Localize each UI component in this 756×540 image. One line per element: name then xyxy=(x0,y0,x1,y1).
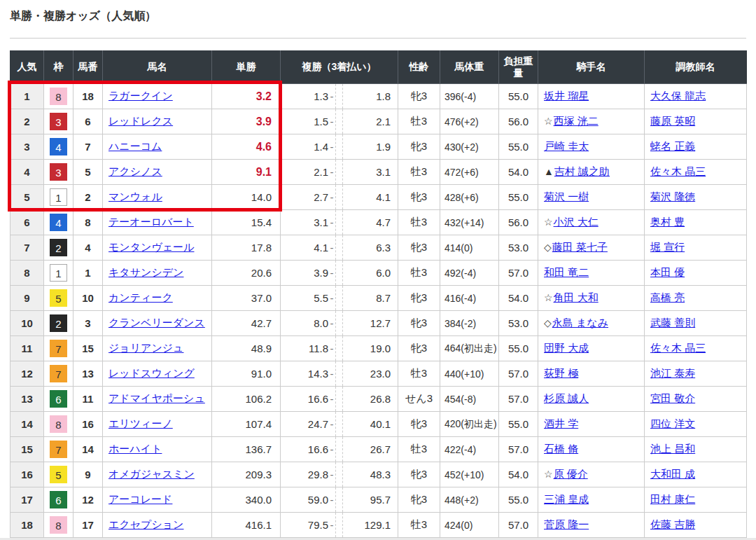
sex-age-cell: 牝3 xyxy=(398,286,440,311)
apprentice-mark: ◇ xyxy=(544,317,552,328)
jockey-name-link[interactable]: 藤田 菜七子 xyxy=(552,241,608,253)
sex-age-cell: 牝3 xyxy=(398,235,440,261)
trainer-name-link[interactable]: 本田 優 xyxy=(650,266,685,278)
place-odds-cell: 2.1-3.1 xyxy=(281,160,398,185)
jockey-name-link[interactable]: 団野 大成 xyxy=(544,342,589,354)
waku-badge: 5 xyxy=(50,289,67,307)
place-odds-dash: - xyxy=(328,393,335,405)
win-odds-cell: 4.6 xyxy=(212,134,281,160)
horse-name-link[interactable]: ハニーコム xyxy=(108,140,162,152)
jockey-name-link[interactable]: 三浦 皇成 xyxy=(544,493,589,505)
horse-name-link[interactable]: アーコレード xyxy=(108,493,172,505)
horse-name-link[interactable]: アドマイヤポーシュ xyxy=(108,392,205,404)
horse-name-link[interactable]: マンウォル xyxy=(108,191,162,202)
trainer-name-link[interactable]: 菊沢 隆徳 xyxy=(650,191,695,202)
trainer-name-link[interactable]: 大和田 成 xyxy=(650,468,695,480)
jockey-name-link[interactable]: 吉村 誠之助 xyxy=(554,165,610,177)
jockey-name-link[interactable]: 和田 竜二 xyxy=(544,266,589,278)
col-header-horse: 馬名 xyxy=(103,51,212,84)
sex-age-cell: 牡3 xyxy=(398,109,440,134)
jockey-name-link[interactable]: 菅原 隆一 xyxy=(544,518,589,530)
horse-name-link[interactable]: レッドレクス xyxy=(108,115,173,127)
horse-name-link[interactable]: モンタンヴェール xyxy=(108,241,194,253)
horse-name-link[interactable]: アクシノス xyxy=(108,165,162,177)
rank-cell: 1 xyxy=(10,84,44,109)
win-odds-cell: 15.4 xyxy=(212,210,281,235)
horse-weight-cell: 416(-4) xyxy=(440,286,499,311)
trainer-name-link[interactable]: 佐々木 晶三 xyxy=(650,342,706,354)
horse-name-link[interactable]: テーオーロバート xyxy=(108,216,194,228)
jockey-name-link[interactable]: 戸崎 圭太 xyxy=(544,140,589,152)
sex-age-cell: 牝3 xyxy=(398,185,440,210)
win-odds-cell: 20.6 xyxy=(212,261,281,286)
horse-name-link[interactable]: オメガジャスミン xyxy=(108,468,195,480)
trainer-name-link[interactable]: 奥村 豊 xyxy=(650,216,685,228)
trainer-name-link[interactable]: 蛯名 正義 xyxy=(650,140,695,152)
jockey-name-link[interactable]: 小沢 大仁 xyxy=(554,216,598,228)
table-row: 1818ラガークイン3.21.3-1.8牝3396(-4)55.0坂井 瑠星大久… xyxy=(10,84,747,109)
jockey-name-link[interactable]: 酒井 学 xyxy=(544,417,578,429)
horse-name-link[interactable]: キタサンシデン xyxy=(108,266,183,278)
carried-weight-cell: 55.0 xyxy=(499,336,538,361)
horse-name-link[interactable]: ラガークイン xyxy=(108,90,173,102)
col-header-weight: 馬体重 xyxy=(440,51,499,84)
jockey-name-link[interactable]: 坂井 瑠星 xyxy=(544,90,589,102)
place-odds-max: 40.1 xyxy=(343,418,398,430)
place-odds-range: 59.0-95.7 xyxy=(281,487,398,512)
place-odds-min: 1.5 xyxy=(281,116,328,127)
place-odds-divider xyxy=(335,336,343,361)
horse-weight-cell: 452(+10) xyxy=(440,462,499,487)
trainer-name-link[interactable]: 池上 昌和 xyxy=(650,443,695,455)
horse-name-link[interactable]: エクセプション xyxy=(108,518,183,530)
trainer-cell: 大和田 成 xyxy=(645,462,747,487)
col-header-place: 複勝（3着払い） xyxy=(281,51,398,84)
trainer-name-link[interactable]: 宮田 敬介 xyxy=(650,392,695,404)
horse-name-link[interactable]: エリツィーノ xyxy=(108,417,173,429)
trainer-name-link[interactable]: 高橋 亮 xyxy=(650,291,685,303)
jockey-name-link[interactable]: 石橋 脩 xyxy=(544,443,578,455)
place-odds-dash: - xyxy=(328,368,335,380)
horse-number-cell: 3 xyxy=(74,311,103,336)
trainer-name-link[interactable]: 四位 洋文 xyxy=(650,417,695,429)
jockey-name-link[interactable]: 荻野 極 xyxy=(544,367,578,379)
place-odds-divider xyxy=(335,487,343,512)
horse-name-link[interactable]: レッドスウィング xyxy=(108,367,195,379)
jockey-cell: 荻野 極 xyxy=(538,361,645,387)
trainer-name-link[interactable]: 大久保 龍志 xyxy=(650,90,706,102)
jockey-name-link[interactable]: 菊沢 一樹 xyxy=(544,191,589,202)
trainer-name-link[interactable]: 堀 宣行 xyxy=(650,241,685,253)
jockey-name-link[interactable]: 原 優介 xyxy=(554,468,588,480)
trainer-name-link[interactable]: 佐々木 晶三 xyxy=(650,165,706,177)
place-odds-min: 5.5 xyxy=(281,292,328,304)
trainer-name-link[interactable]: 田村 康仁 xyxy=(650,493,695,505)
trainer-name-link[interactable]: 藤原 英昭 xyxy=(650,115,695,127)
place-odds-max: 2.1 xyxy=(343,116,398,127)
horse-name-link[interactable]: ホーハイト xyxy=(108,443,162,455)
waku-badge: 8 xyxy=(50,415,67,433)
rank-cell: 9 xyxy=(10,286,44,311)
horse-name-cell: ジョリアンジュ xyxy=(103,336,212,361)
place-odds-cell: 14.3-23.0 xyxy=(281,361,398,387)
carried-weight-cell: 55.0 xyxy=(499,185,538,210)
apprentice-mark: ☆ xyxy=(544,116,553,127)
horse-number-cell: 12 xyxy=(74,487,103,513)
col-header-rank: 人気 xyxy=(10,51,44,84)
horse-name-cell: モンタンヴェール xyxy=(103,235,212,261)
col-header-load: 負担重量 xyxy=(499,51,538,84)
horse-weight-cell: 430(+2) xyxy=(440,134,499,160)
horse-name-link[interactable]: ジョリアンジュ xyxy=(108,342,183,354)
jockey-name-link[interactable]: 角田 大和 xyxy=(554,291,598,303)
jockey-cell: 三浦 皇成 xyxy=(538,487,645,513)
trainer-name-link[interactable]: 佐藤 吉勝 xyxy=(650,518,695,530)
jockey-name-link[interactable]: 西塚 洸二 xyxy=(554,115,598,127)
jockey-name-link[interactable]: 永島 まなみ xyxy=(552,317,608,328)
place-odds-dash: - xyxy=(328,292,335,304)
trainer-name-link[interactable]: 池江 泰寿 xyxy=(650,367,695,379)
trainer-name-link[interactable]: 武藤 善則 xyxy=(650,317,695,328)
horse-number-cell: 15 xyxy=(74,336,103,361)
horse-name-link[interactable]: クランベリーダンス xyxy=(108,317,205,328)
jockey-name-link[interactable]: 杉原 誠人 xyxy=(544,392,589,404)
horse-name-link[interactable]: カンティーク xyxy=(108,291,173,303)
win-odds-cell: 91.0 xyxy=(212,361,281,387)
horse-name-cell: キタサンシデン xyxy=(103,261,212,286)
